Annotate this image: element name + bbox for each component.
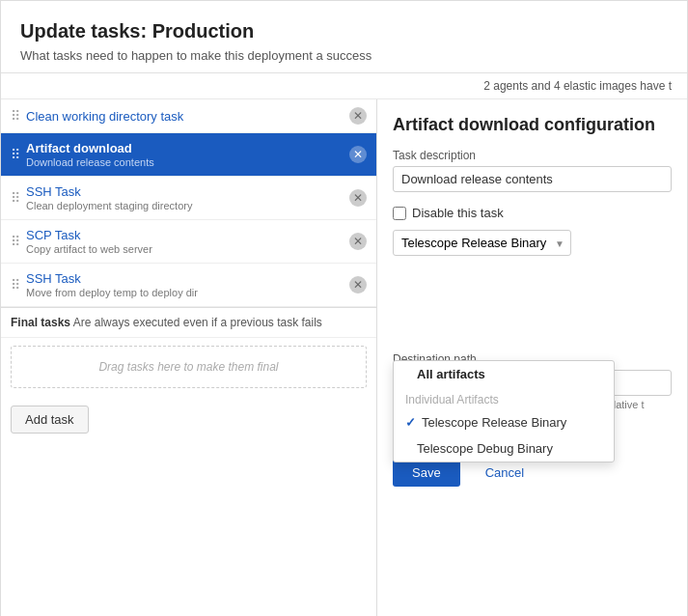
artifact-select-wrapper: All artifacts Telescope Release Binary T… <box>393 230 571 256</box>
page-title: Update tasks: Production <box>20 20 668 42</box>
remove-task-button[interactable]: ✕ <box>349 146 367 163</box>
drag-handle-icon: ⠿ <box>11 190 20 206</box>
action-buttons: Save Cancel <box>393 459 672 487</box>
task-item-clean[interactable]: ⠿ Clean working directory task ✕ <box>1 99 376 133</box>
task-desc: Download release contents <box>26 156 349 168</box>
task-description-group: Task description <box>393 149 672 192</box>
main-content: ⠿ Clean working directory task ✕ ⠿ Artif… <box>1 99 687 616</box>
task-info: SSH Task Move from deploy temp to deploy… <box>26 271 349 298</box>
config-section-title: Artifact download configuration <box>393 115 672 135</box>
remove-task-button[interactable]: ✕ <box>349 107 367 125</box>
task-name: SSH Task <box>26 271 349 286</box>
disable-task-label: Disable this task <box>412 206 504 220</box>
remove-task-button[interactable]: ✕ <box>349 276 367 294</box>
dropdown-item-all[interactable]: All artifacts <box>394 361 614 387</box>
disable-task-checkbox[interactable] <box>393 207 406 220</box>
drag-handle-icon: ⠿ <box>11 147 20 162</box>
remove-task-button[interactable]: ✕ <box>349 233 367 250</box>
dropdown-item-telescope-debug[interactable]: Telescope Debug Binary <box>394 435 614 462</box>
config-panel: Artifact download configuration Task des… <box>377 99 687 616</box>
add-task-button[interactable]: Add task <box>11 406 89 434</box>
drag-placeholder: Drag tasks here to make them final <box>11 346 367 388</box>
task-item-ssh2[interactable]: ⠿ SSH Task Move from deploy temp to depl… <box>1 264 376 307</box>
info-bar: 2 agents and 4 elastic images have t <box>1 73 687 99</box>
page-header: Update tasks: Production What tasks need… <box>1 1 687 73</box>
save-button[interactable]: Save <box>393 459 460 487</box>
task-info: Clean working directory task <box>26 109 349 124</box>
drag-handle-icon: ⠿ <box>11 277 20 293</box>
task-description-input[interactable] <box>393 166 672 192</box>
cancel-button[interactable]: Cancel <box>470 459 539 487</box>
task-name: SCP Task <box>26 228 349 242</box>
dropdown-item-telescope-release[interactable]: Telescope Release Binary <box>394 409 614 435</box>
task-info: SSH Task Clean deployment staging direct… <box>26 184 349 211</box>
drag-handle-icon: ⠿ <box>11 108 20 124</box>
task-name: Artifact download <box>26 141 349 155</box>
artifact-dropdown: All artifacts Individual Artifacts Teles… <box>393 360 615 462</box>
artifact-select[interactable]: All artifacts Telescope Release Binary T… <box>393 230 571 256</box>
task-desc: Clean deployment staging directory <box>26 200 349 211</box>
final-tasks-header: Final tasks Are always executed even if … <box>1 307 376 338</box>
remove-task-button[interactable]: ✕ <box>349 189 367 207</box>
task-name: SSH Task <box>26 184 349 199</box>
task-info: Artifact download Download release conte… <box>26 141 349 168</box>
task-item-scp[interactable]: ⠿ SCP Task Copy artifact to web server ✕ <box>1 220 376 264</box>
task-list-panel: ⠿ Clean working directory task ✕ ⠿ Artif… <box>1 99 377 616</box>
task-item-ssh1[interactable]: ⠿ SSH Task Clean deployment staging dire… <box>1 177 376 220</box>
task-description-label: Task description <box>393 149 672 162</box>
disable-task-group: Disable this task <box>393 206 672 220</box>
page-wrapper: Update tasks: Production What tasks need… <box>0 0 688 616</box>
task-info: SCP Task Copy artifact to web server <box>26 228 349 255</box>
artifact-selector-group: All artifacts Telescope Release Binary T… <box>393 230 672 256</box>
page-subtitle: What tasks need to happen to make this d… <box>20 48 668 63</box>
drag-handle-icon: ⠿ <box>11 234 20 249</box>
task-desc: Copy artifact to web server <box>26 243 349 255</box>
task-desc: Move from deploy temp to deploy dir <box>26 287 349 298</box>
dropdown-section-individual: Individual Artifacts <box>394 387 614 409</box>
task-name: Clean working directory task <box>26 109 349 124</box>
task-item-artifact[interactable]: ⠿ Artifact download Download release con… <box>1 133 376 177</box>
